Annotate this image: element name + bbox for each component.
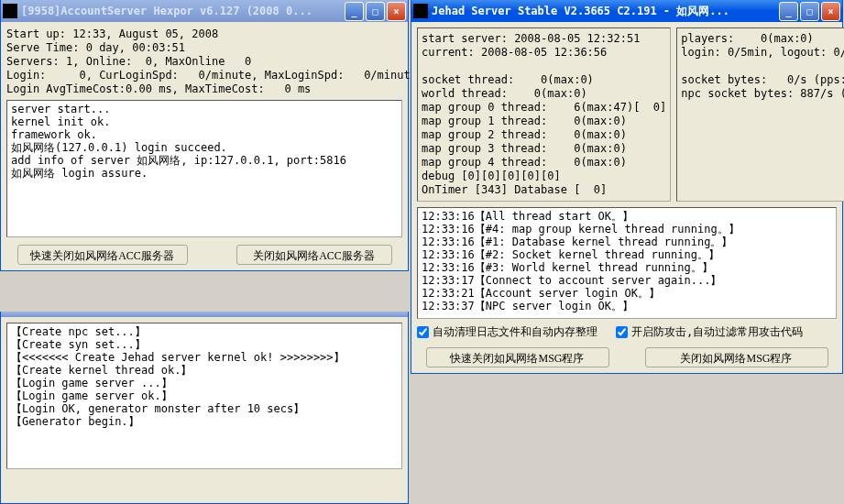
server-info: Start up: 12:33, August 05, 2008 Serve T… [6,27,402,96]
titlebar[interactable]: [9958]AccountServer Hexpor v6.127 (2008 … [1,0,408,22]
stats-right: players: 0(max:0) login: 0/5min, logout:… [676,27,844,202]
window-title: [9958]AccountServer Hexpor v6.127 (2008 … [21,5,345,17]
npc-server-window: 【Create npc set...】 【Create syn set...】 … [0,312,409,504]
log-textbox[interactable]: 【Create npc set...】 【Create syn set...】 … [6,323,402,469]
fast-close-acc-button[interactable]: 快速关闭如风网络ACC服务器 [17,245,188,265]
fast-close-msg-button[interactable]: 快速关闭如风网络MSG程序 [426,347,609,367]
close-button[interactable]: × [821,2,840,21]
minimize-button[interactable]: _ [779,2,798,21]
account-server-window: [9958]AccountServer Hexpor v6.127 (2008 … [0,0,409,271]
auto-clean-checkbox[interactable]: 自动清理日志文件和自动内存整理 [417,324,597,340]
close-button[interactable]: × [387,2,406,21]
maximize-button[interactable]: □ [366,2,385,21]
window-title: Jehad Server Stable V2.3665 C2.191 - 如风网… [432,4,779,19]
anti-attack-input[interactable] [616,326,628,338]
anti-attack-checkbox[interactable]: 开启防攻击,自动过滤常用攻击代码 [616,324,803,340]
minimize-button[interactable]: _ [345,2,364,21]
log-textbox[interactable]: server start... kernel init ok. framewor… [6,100,402,237]
log-textbox[interactable]: 12:33:16【All thread start OK。】 12:33:16【… [417,207,837,319]
close-msg-button[interactable]: 关闭如风网络MSG程序 [645,347,828,367]
app-icon [3,4,17,18]
app-icon [413,4,428,18]
titlebar[interactable]: Jehad Server Stable V2.3665 C2.191 - 如风网… [411,0,842,22]
stats-left: start server: 2008-08-05 12:32:51 curren… [417,27,671,202]
jehad-server-window: Jehad Server Stable V2.3665 C2.191 - 如风网… [411,0,843,374]
close-acc-button[interactable]: 关闭如风网络ACC服务器 [236,245,392,265]
auto-clean-input[interactable] [417,326,429,338]
maximize-button[interactable]: □ [800,2,819,21]
